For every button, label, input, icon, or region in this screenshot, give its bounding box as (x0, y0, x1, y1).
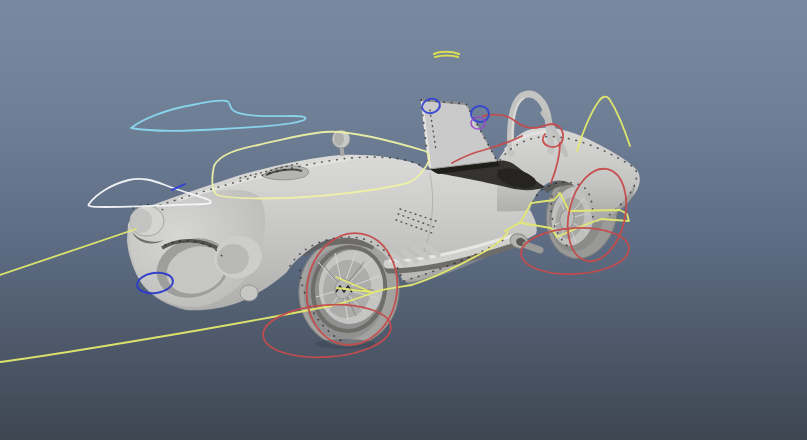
exhaust-extension (526, 245, 540, 250)
bumper-overrider (240, 285, 258, 301)
mirror-face (334, 132, 344, 146)
viewport-3d[interactable] (0, 0, 807, 440)
